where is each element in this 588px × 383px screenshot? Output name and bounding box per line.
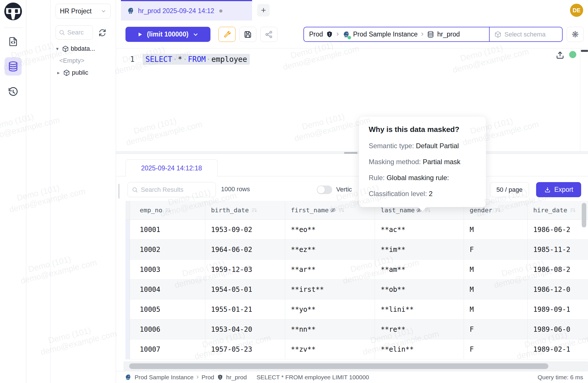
table-cell[interactable]: 10007 xyxy=(130,339,205,359)
table-cell[interactable]: 1986-12-0 xyxy=(528,280,588,299)
editor-tab[interactable]: hr_prod 2025-09-24 14:12 xyxy=(121,0,252,21)
table-cell[interactable]: 1954-05-01 xyxy=(205,280,285,299)
table-cell[interactable]: **am** xyxy=(375,260,464,279)
panel-splitter[interactable] xyxy=(116,151,588,154)
table-row[interactable]: 100061953-04-20**nn****re**F1989-06-0 xyxy=(125,319,588,339)
column-header-emp_no[interactable]: emp_no xyxy=(130,201,205,219)
table-cell[interactable]: **lini** xyxy=(375,300,464,319)
tree-item[interactable]: <Empty> xyxy=(50,55,116,67)
table-cell[interactable]: 10002 xyxy=(130,240,205,259)
format-sql-button[interactable] xyxy=(218,27,236,42)
upload-sql-icon[interactable] xyxy=(555,50,565,60)
table-cell[interactable]: F xyxy=(464,240,528,259)
table-cell[interactable]: **ac** xyxy=(375,220,464,239)
table-cell[interactable]: **ar** xyxy=(285,260,375,279)
column-header-birth_date[interactable]: birth_date xyxy=(205,201,285,219)
table-cell[interactable]: **ob** xyxy=(375,280,464,299)
shield-icon xyxy=(217,374,223,380)
column-name: gender xyxy=(470,207,492,214)
caret-right-icon[interactable]: ▸ xyxy=(56,70,61,76)
tooltip-row: Classification level: 2 xyxy=(369,189,476,198)
table-cell[interactable]: F xyxy=(464,339,528,359)
vertical-scrollbar-thumb[interactable] xyxy=(582,203,586,227)
environment-crumb[interactable]: Prod xyxy=(309,30,323,38)
vertical-display-toggle[interactable] xyxy=(317,186,332,194)
whitespace-dot: · xyxy=(173,55,177,64)
table-row[interactable]: 100051955-01-21**yo****lini**M1989-09-1 xyxy=(125,300,588,319)
openai-assistant-button[interactable]: ❋ xyxy=(567,27,584,42)
table-cell[interactable]: 1989-09-1 xyxy=(528,300,588,319)
page-size-select[interactable]: 50 / page xyxy=(490,182,529,197)
table-row[interactable]: 100021964-06-02**ez****im**F1985-11-2 xyxy=(125,240,588,260)
tree-item[interactable]: ▸public xyxy=(50,67,116,79)
table-cell[interactable]: **eo** xyxy=(285,220,375,239)
select-schema-dropdown[interactable]: Select schema xyxy=(489,27,562,41)
worksheet-nav-icon[interactable] xyxy=(7,36,19,47)
sidebar-search-input[interactable]: Searc xyxy=(56,25,93,40)
bytebase-logo[interactable] xyxy=(4,3,22,20)
editor-scroll-indicator[interactable] xyxy=(581,50,588,52)
table-cell[interactable]: **ez** xyxy=(285,240,375,259)
caret-down-icon[interactable]: ▾ xyxy=(54,46,60,52)
history-nav-icon[interactable] xyxy=(7,86,19,97)
table-cell[interactable]: 1985-11-2 xyxy=(528,240,588,259)
table-cell[interactable]: F xyxy=(464,319,528,339)
table-cell[interactable]: 1986-08-2 xyxy=(528,260,588,279)
table-cell[interactable]: **elin** xyxy=(375,339,464,359)
sql-editor[interactable]: 1 SELECT·*·FROM·employee xyxy=(116,48,588,151)
new-tab-button[interactable]: + xyxy=(257,4,270,17)
table-row[interactable]: 100031959-12-03**ar****am**M1986-08-2 xyxy=(125,260,588,280)
tooltip-row: Masking method: Partial mask xyxy=(369,157,476,166)
table-cell[interactable]: M xyxy=(464,300,528,319)
table-cell[interactable]: 1955-01-21 xyxy=(205,300,285,319)
splitter-handle[interactable] xyxy=(344,152,357,154)
export-button[interactable]: Export xyxy=(536,182,581,197)
table-cell[interactable]: 10005 xyxy=(130,300,205,319)
table-cell[interactable]: **irst** xyxy=(285,280,375,299)
result-set-tab[interactable]: 2025-09-24 14:12:18 xyxy=(125,159,218,177)
code-line: 1 SELECT·*·FROM·employee xyxy=(116,53,250,65)
results-search-input[interactable]: Search Results xyxy=(127,182,216,197)
table-cell[interactable]: M xyxy=(464,280,528,299)
row-gutter xyxy=(125,339,130,359)
database-nav-active[interactable] xyxy=(5,57,22,76)
database-crumb[interactable]: hr_prod xyxy=(437,30,460,38)
table-cell[interactable]: 1959-12-03 xyxy=(205,260,285,279)
table-row[interactable]: 100011953-09-02**eo****ac**M1986-06-2 xyxy=(125,220,588,240)
table-cell[interactable]: 1957-05-23 xyxy=(205,339,285,359)
table-cell[interactable]: 10004 xyxy=(130,280,205,299)
refresh-icon[interactable] xyxy=(98,28,107,37)
column-header-hire_date[interactable]: hire_date xyxy=(528,201,588,219)
table-cell[interactable]: **nn** xyxy=(285,319,375,339)
table-cell[interactable]: 10003 xyxy=(130,260,205,279)
sql-token: SELECT xyxy=(145,55,172,64)
table-cell[interactable]: 1953-09-02 xyxy=(205,220,285,239)
save-sheet-button[interactable] xyxy=(239,27,256,42)
table-cell[interactable]: 10001 xyxy=(130,220,205,239)
table-cell[interactable]: M xyxy=(464,220,528,239)
user-avatar[interactable]: DE xyxy=(570,4,583,17)
table-cell[interactable]: 1964-06-02 xyxy=(205,240,285,259)
tree-item[interactable]: ▾bbdata... xyxy=(50,43,116,55)
vertical-display-label: Vertic xyxy=(336,186,352,193)
table-cell[interactable]: **yo** xyxy=(285,300,375,319)
instance-crumb[interactable]: Prod Sample Instance xyxy=(353,30,417,38)
share-icon xyxy=(265,30,273,39)
panel-drag-bar[interactable] xyxy=(118,184,119,199)
table-cell[interactable]: **zv** xyxy=(285,339,375,359)
table-cell[interactable]: 1989-02-1 xyxy=(528,339,588,359)
horizontal-scrollbar-thumb[interactable] xyxy=(129,363,548,369)
run-query-button[interactable]: (limit 100000) xyxy=(125,27,210,42)
table-cell[interactable]: **re** xyxy=(375,319,464,339)
table-cell[interactable]: **im** xyxy=(375,240,464,259)
table-cell[interactable]: M xyxy=(464,260,528,279)
table-cell[interactable]: 1953-04-20 xyxy=(205,319,285,339)
table-cell[interactable]: 1989-06-0 xyxy=(528,319,588,339)
table-row[interactable]: 100071957-05-23**zv****elin**F1989-02-1 xyxy=(125,339,588,359)
tooltip-row: Semantic type: Default Partial xyxy=(369,141,476,150)
table-cell[interactable]: 1986-06-2 xyxy=(528,220,588,239)
share-sheet-button[interactable] xyxy=(260,27,277,42)
table-row[interactable]: 100041954-05-01**irst****ob**M1986-12-0 xyxy=(125,280,588,300)
table-cell[interactable]: 10006 xyxy=(130,319,205,339)
project-select[interactable]: HR Project xyxy=(56,4,111,19)
